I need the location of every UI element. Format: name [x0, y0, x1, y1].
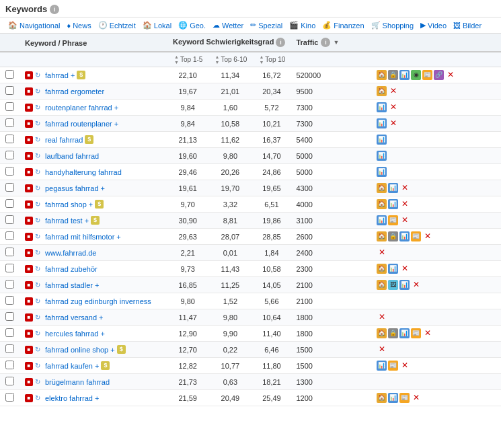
- keyword-text[interactable]: fahrrad shop +: [45, 200, 93, 209]
- filter-item-shopping[interactable]: 🛒Shopping: [369, 20, 417, 30]
- bar-chart-icon[interactable]: 📊: [399, 280, 410, 290]
- house-icon[interactable]: 🏠: [377, 231, 387, 241]
- keyword-text[interactable]: www.fahrrad.de: [45, 249, 96, 257]
- row-checkbox[interactable]: [5, 167, 14, 176]
- filter-item-news[interactable]: ♦News: [65, 21, 94, 30]
- row-checkbox[interactable]: [5, 393, 14, 402]
- keyword-text[interactable]: fahrrad kaufen +: [45, 362, 99, 370]
- keyword-text[interactable]: fahrrad ergometer: [45, 87, 104, 96]
- remove-icon[interactable]: ✕: [422, 328, 432, 338]
- filter-item-finanzen[interactable]: 💰Finanzen: [319, 20, 367, 30]
- remove-icon[interactable]: ✕: [388, 118, 398, 128]
- news-icon[interactable]: 📰: [411, 231, 421, 241]
- filter-item-video[interactable]: ▶Video: [418, 20, 449, 30]
- row-checkbox[interactable]: [5, 296, 14, 305]
- row-checkbox[interactable]: [5, 328, 14, 337]
- filter-item-wetter[interactable]: ☁Wetter: [210, 20, 246, 30]
- image-icon[interactable]: 🖼: [388, 280, 398, 290]
- filter-item-kino[interactable]: 🎬Kino: [286, 20, 318, 30]
- keyword-text[interactable]: fahrrad zubehör: [45, 265, 98, 273]
- keyword-text[interactable]: fahrrad versand +: [45, 313, 104, 322]
- keyword-text[interactable]: fahrrad zug edinburgh inverness: [45, 297, 151, 305]
- filter-item-spezial[interactable]: ✏Spezial: [247, 20, 285, 30]
- keyword-text[interactable]: laufband fahrrad: [45, 152, 99, 160]
- bar-chart-icon[interactable]: 📊: [377, 118, 387, 128]
- house-icon[interactable]: 🏠: [377, 328, 387, 338]
- remove-icon[interactable]: ✕: [411, 280, 421, 290]
- keyword-text[interactable]: fahrrad mit hilfsmotor +: [45, 233, 121, 241]
- row-checkbox[interactable]: [5, 86, 14, 95]
- keyword-text[interactable]: fahrrad routenplaner +: [45, 120, 118, 128]
- house-icon[interactable]: 🏠: [377, 70, 387, 80]
- keyword-text[interactable]: brügelmann fahrrad: [45, 378, 110, 386]
- bar-chart-icon[interactable]: 📊: [388, 183, 398, 193]
- remove-icon[interactable]: ✕: [399, 199, 410, 209]
- news-icon[interactable]: 📰: [399, 393, 410, 403]
- row-checkbox[interactable]: [5, 183, 14, 192]
- row-checkbox[interactable]: [5, 199, 14, 208]
- news-icon[interactable]: 📰: [411, 328, 421, 338]
- row-checkbox[interactable]: [5, 344, 14, 353]
- lock-icon[interactable]: 🔒: [388, 231, 398, 241]
- keyword-text[interactable]: pegasus fahrrad +: [45, 184, 105, 192]
- row-checkbox[interactable]: [5, 70, 14, 79]
- remove-icon[interactable]: ✕: [377, 248, 387, 258]
- remove-icon[interactable]: ✕: [411, 393, 421, 403]
- row-checkbox[interactable]: [5, 231, 14, 240]
- traffic-info-icon[interactable]: i: [321, 38, 330, 47]
- row-checkbox[interactable]: [5, 361, 14, 369]
- keyword-text[interactable]: real fahrrad: [45, 136, 83, 144]
- row-checkbox[interactable]: [5, 215, 14, 224]
- bar-chart-icon[interactable]: 📊: [377, 151, 387, 161]
- row-checkbox[interactable]: [5, 377, 14, 385]
- bar-chart-icon[interactable]: 📊: [399, 231, 410, 241]
- row-checkbox[interactable]: [5, 151, 14, 159]
- keyword-text[interactable]: fahrrad stadler +: [45, 281, 99, 289]
- link-icon[interactable]: 🔗: [434, 70, 444, 80]
- news-icon[interactable]: 📰: [422, 70, 432, 80]
- difficulty-info-icon[interactable]: i: [276, 38, 285, 47]
- house-icon[interactable]: 🏠: [377, 393, 387, 403]
- keyword-text[interactable]: routenplaner fahrrad +: [45, 104, 118, 112]
- bar-chart-icon[interactable]: 📊: [388, 393, 398, 403]
- bar-chart-icon[interactable]: 📊: [399, 328, 410, 338]
- row-checkbox[interactable]: [5, 264, 14, 272]
- remove-icon[interactable]: ✕: [399, 215, 410, 225]
- bar-chart-icon[interactable]: 📊: [377, 215, 387, 225]
- remove-icon[interactable]: ✕: [445, 70, 455, 80]
- row-checkbox[interactable]: [5, 118, 14, 127]
- filter-item-bilder[interactable]: 🖼Bilder: [451, 21, 484, 30]
- lock-icon[interactable]: 🔒: [388, 328, 398, 338]
- pie-chart-icon[interactable]: ◉: [411, 70, 421, 80]
- remove-icon[interactable]: ✕: [399, 361, 410, 371]
- house-icon[interactable]: 🏠: [377, 183, 387, 193]
- lock-icon[interactable]: 🔒: [388, 70, 398, 80]
- bar-chart-icon[interactable]: 📊: [377, 102, 387, 112]
- house-icon[interactable]: 🏠: [377, 264, 387, 274]
- filter-item-echtzeit[interactable]: 🕐Echtzeit: [95, 20, 139, 30]
- keyword-text[interactable]: handyhalterung fahrrad: [45, 168, 122, 176]
- remove-icon[interactable]: ✕: [399, 264, 410, 274]
- keyword-text[interactable]: fahrrad test +: [45, 217, 89, 225]
- news-icon[interactable]: 📰: [388, 361, 398, 371]
- remove-icon[interactable]: ✕: [377, 344, 387, 354]
- news-icon[interactable]: 📰: [388, 215, 398, 225]
- remove-icon[interactable]: ✕: [388, 86, 398, 96]
- remove-icon[interactable]: ✕: [377, 312, 387, 322]
- house-icon[interactable]: 🏠: [377, 86, 387, 96]
- house-icon[interactable]: 🏠: [377, 280, 387, 290]
- traffic-dropdown-icon[interactable]: ▼: [333, 39, 339, 46]
- keyword-text[interactable]: fahrrad +: [45, 71, 75, 79]
- info-icon[interactable]: i: [50, 5, 59, 14]
- keyword-text[interactable]: hercules fahrrad +: [45, 330, 105, 338]
- keyword-text[interactable]: elektro fahrrad +: [45, 394, 99, 402]
- bar-chart-icon[interactable]: 📊: [399, 70, 410, 80]
- remove-icon[interactable]: ✕: [422, 231, 432, 241]
- filter-item-geo.[interactable]: 🌐Geo.: [176, 20, 208, 30]
- bar-chart-icon[interactable]: 📊: [377, 361, 387, 371]
- bar-chart-icon[interactable]: 📊: [388, 199, 398, 209]
- filter-item-navigational[interactable]: 🏠Navigational: [5, 20, 63, 30]
- row-checkbox[interactable]: [5, 280, 14, 289]
- row-checkbox[interactable]: [5, 312, 14, 321]
- remove-icon[interactable]: ✕: [388, 102, 398, 112]
